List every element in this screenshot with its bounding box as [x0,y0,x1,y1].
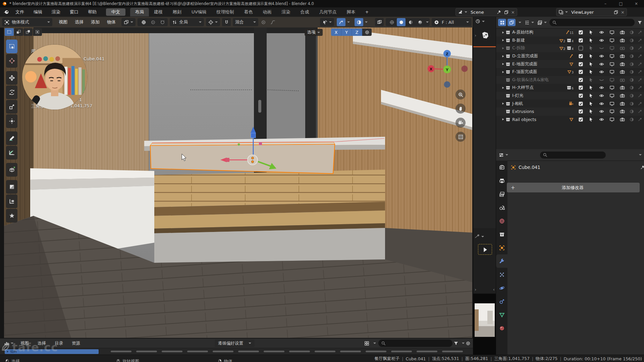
outliner-row[interactable]: Rail objects [496,116,644,124]
properties-tab-object[interactable] [496,241,507,254]
outliner-row[interactable]: D-立面完成面 [496,52,644,60]
workspace-tab-雕刻[interactable]: 雕刻 [168,8,186,16]
3d-viewport[interactable]: 用户透视 Cube.041 4 1 三角形 1,041,757 [4,27,472,338]
show-gizmo-toggle[interactable] [337,18,345,26]
timeline-header-collapsed[interactable] [475,19,485,24]
viewport-disable-icon[interactable] [607,93,617,98]
asset-menu-资源[interactable]: 资源 [67,341,85,346]
tool-box-select[interactable] [6,40,17,53]
exclude-checkbox[interactable] [576,77,586,82]
indirect-only-icon[interactable] [636,54,644,59]
remove-viewlayer-icon[interactable]: × [621,10,625,15]
render-camera-icon[interactable] [617,117,628,122]
menu-编辑[interactable]: 编辑 [29,8,47,16]
exclude-checkbox[interactable] [576,30,586,35]
pan-hand-button[interactable] [455,104,466,114]
expand-panel-arrow[interactable]: › [475,33,476,38]
selectable-icon[interactable] [586,85,596,90]
outliner-mode-button[interactable] [498,19,506,26]
expand-icon[interactable] [501,118,505,121]
collection-name[interactable]: J-相机 [512,101,523,107]
exclude-checkbox[interactable] [576,46,586,51]
axis-z-button[interactable]: Z [352,28,362,36]
properties-tab-scene[interactable] [496,201,507,214]
exclude-checkbox[interactable] [576,38,586,43]
render-camera-icon[interactable] [617,93,628,98]
filter-funnel-icon[interactable] [637,20,642,25]
select-difference-button[interactable] [33,28,42,36]
viewport-disable-icon[interactable] [607,62,617,67]
indirect-only-icon[interactable] [636,101,644,106]
gear-icon[interactable] [362,28,372,36]
viewport-disable-icon[interactable] [607,117,617,122]
properties-tab-view-layer[interactable] [496,187,507,201]
menu-帮助[interactable]: 帮助 [83,8,101,16]
eye-icon[interactable] [596,38,607,43]
properties-tab-particles[interactable] [496,268,507,281]
selectable-icon[interactable] [586,69,596,74]
asset-search-input[interactable] [378,340,452,347]
filter-id-icon[interactable] [537,20,542,25]
collection-name[interactable]: Rail objects [512,117,536,122]
show-overlays-toggle[interactable] [355,18,363,26]
rendered-shading-button[interactable] [416,18,424,26]
properties-options-chevron[interactable] [639,154,642,156]
scene-name[interactable]: Scene [471,10,484,15]
render-camera-icon[interactable] [617,62,628,67]
exclude-checkbox[interactable] [576,101,586,106]
indirect-only-icon[interactable] [636,77,644,82]
holdout-icon[interactable] [628,38,636,43]
selectable-icon[interactable] [586,46,596,51]
new-viewlayer-icon[interactable] [614,10,618,14]
viewport-disable-icon[interactable] [607,77,617,82]
workspace-tab-动画[interactable]: 动画 [258,8,276,16]
expand-left-arrow[interactable]: › [475,287,476,292]
viewport-menu-选择[interactable]: 选择 [71,19,87,25]
properties-tab-render[interactable] [496,161,507,174]
render-camera-icon[interactable] [617,46,628,51]
menu-文件[interactable]: 文件 [11,8,29,16]
expand-icon[interactable] [501,86,505,89]
collection-name[interactable]: F-顶面完成面 [512,69,537,75]
menu-渲染[interactable]: 渲染 [47,8,65,16]
material-shading-button[interactable] [406,18,415,26]
outliner-row[interactable]: A-原始结构11 [496,28,644,37]
viewport-disable-icon[interactable] [607,38,617,43]
options-dropdown[interactable]: 选项 [305,29,323,36]
wireframe-shading-button[interactable] [387,18,396,26]
outliner-row[interactable]: C-拆除24 [496,44,644,52]
viewlayer-name[interactable]: ViewLayer [571,10,594,15]
tool-facemap[interactable] [6,180,17,194]
holdout-icon[interactable] [628,85,636,90]
tool-settings-dropdown[interactable] [121,18,136,26]
indirect-only-icon[interactable] [636,30,644,35]
tool-cursor[interactable] [6,54,17,68]
expand-icon[interactable] [501,71,505,73]
expand-icon[interactable] [501,102,505,105]
expand-icon[interactable] [501,39,505,42]
snap-target-icon[interactable] [149,18,157,26]
snap-center-icon[interactable] [158,18,167,26]
indirect-only-icon[interactable] [636,85,644,90]
snap-dropdown[interactable]: 混合 [233,18,258,26]
holdout-icon[interactable] [628,77,636,82]
properties-tab-modifiers[interactable] [496,254,507,268]
collection-name[interactable]: Extrusions [512,109,534,114]
outliner-row[interactable]: F-顶面完成面3 [496,68,644,76]
collection-name[interactable]: B-新建 [512,38,525,43]
selectable-icon[interactable] [586,109,596,114]
holdout-icon[interactable] [628,101,636,106]
eye-icon[interactable] [596,101,607,106]
axis-x-button[interactable]: X [331,28,341,36]
tool-extra[interactable] [6,209,17,223]
indirect-only-icon[interactable] [636,93,644,98]
tool-measure[interactable] [6,146,17,160]
select-subtract-button[interactable] [23,28,33,36]
display-mode-icon[interactable] [525,20,530,25]
viewport-disable-icon[interactable] [607,69,617,74]
selectable-icon[interactable] [586,38,596,43]
unlink-scene-icon[interactable]: × [511,10,515,15]
blender-menu-icon[interactable] [3,10,9,14]
outliner-row[interactable]: B-新建24 [496,37,644,45]
exclude-checkbox[interactable] [576,117,586,122]
